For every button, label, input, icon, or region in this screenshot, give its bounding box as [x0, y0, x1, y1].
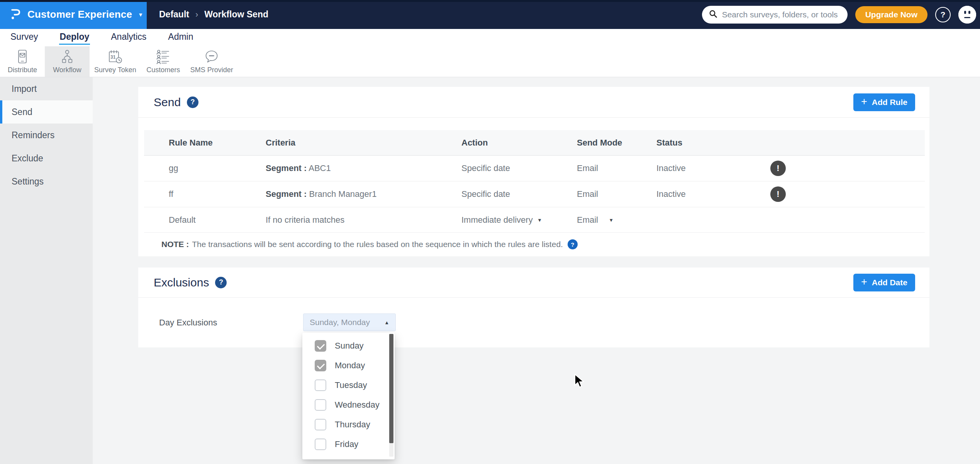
window-top-strip [0, 0, 980, 2]
checkbox[interactable] [315, 419, 326, 430]
help-icon[interactable]: ? [935, 7, 951, 22]
send-section: Send ? + Add Rule Rule Name Criteria Act… [138, 87, 929, 256]
brand-logo-icon [10, 8, 22, 22]
upgrade-now-button[interactable]: Upgrade Now [855, 6, 927, 23]
option-thursday[interactable]: Thursday [302, 415, 395, 434]
sidebar-item-label: Settings [12, 176, 44, 187]
workspace-title: Customer Experience [27, 8, 132, 20]
toolbar-item-label: Customers [146, 66, 180, 74]
customers-icon [156, 49, 171, 64]
plus-icon: + [861, 97, 867, 107]
option-tuesday[interactable]: Tuesday [302, 375, 395, 395]
send-sidebar: Import Send Reminders Exclude Settings [0, 77, 93, 464]
default-rule-row: Default If no criteria matches Immediate… [144, 207, 925, 233]
send-mode-dropdown[interactable]: Email▾ [577, 215, 656, 225]
note-help-icon[interactable]: ? [568, 239, 578, 249]
option-label: Monday [335, 361, 365, 371]
mouse-cursor [574, 374, 587, 391]
checkbox[interactable] [315, 439, 326, 450]
table-row: gg Segment : ABC1 Specific date Email In… [144, 156, 925, 181]
option-monday[interactable]: Monday [302, 356, 395, 375]
send-title: Send [154, 96, 181, 109]
tab-analytics[interactable]: Analytics [110, 31, 147, 45]
sidebar-item-label: Send [12, 107, 32, 117]
warning-icon[interactable]: ! [770, 186, 786, 202]
warning-icon[interactable]: ! [770, 161, 786, 176]
toolbar-item-workflow[interactable]: Workflow [45, 46, 90, 77]
search-icon [709, 10, 717, 20]
toolbar-item-sms-provider[interactable]: SMS Provider [186, 46, 238, 77]
exclusions-section: Exclusions ? + Add Date Day Exclusions S… [138, 268, 929, 347]
day-exclusions-label: Day Exclusions [159, 298, 217, 347]
tab-survey[interactable]: Survey [10, 31, 39, 45]
rules-table: Rule Name Criteria Action Send Mode Stat… [144, 130, 925, 256]
table-note: NOTE : The transactions will be sent acc… [144, 233, 925, 256]
breadcrumb: Default › Workflow Send [159, 0, 268, 29]
sidebar-item-reminders[interactable]: Reminders [0, 124, 93, 147]
col-action: Action [461, 138, 577, 148]
workflow-icon [60, 49, 75, 64]
tab-admin[interactable]: Admin [167, 31, 194, 45]
send-section-header: Send ? + Add Rule [138, 87, 929, 118]
criteria-value: Branch Manager1 [309, 189, 376, 199]
exclusions-help-icon[interactable]: ? [215, 277, 227, 288]
table-row: ff Segment : Branch Manager1 Specific da… [144, 181, 925, 207]
checkbox[interactable] [315, 340, 326, 352]
criteria-value: ABC1 [309, 163, 331, 173]
day-exclusions-select[interactable]: Sunday, Monday ▲ [303, 313, 396, 331]
toolbar-item-survey-token[interactable]: 31 Survey Token [90, 46, 141, 77]
col-send-mode: Send Mode [577, 138, 656, 148]
option-wednesday[interactable]: Wednesday [302, 395, 395, 415]
search-input[interactable] [722, 10, 841, 19]
add-date-button[interactable]: + Add Date [853, 274, 915, 291]
user-avatar[interactable] [958, 6, 976, 24]
sidebar-item-exclude[interactable]: Exclude [0, 147, 93, 170]
toolbar-item-label: Workflow [53, 66, 81, 74]
toolbar-item-label: Survey Token [94, 66, 136, 74]
svg-text:31: 31 [110, 54, 116, 60]
checkbox[interactable] [315, 399, 326, 411]
sidebar-item-import[interactable]: Import [0, 77, 93, 100]
add-rule-label: Add Rule [872, 98, 907, 107]
action-dropdown[interactable]: Immediate delivery▾ [461, 215, 577, 225]
sidebar-item-label: Reminders [12, 130, 54, 141]
toolbar-item-label: Distribute [8, 66, 37, 74]
breadcrumb-folder[interactable]: Default [159, 9, 189, 20]
option-label: Sunday [335, 341, 364, 351]
checkbox[interactable] [315, 379, 326, 391]
rule-send-mode: Email [577, 163, 656, 173]
rule-criteria: Segment : ABC1 [266, 163, 461, 173]
rule-name: gg [144, 163, 266, 173]
option-sunday[interactable]: Sunday [302, 336, 395, 356]
option-label: Friday [335, 439, 358, 449]
rule-name: ff [144, 189, 266, 199]
global-search[interactable] [702, 6, 848, 24]
option-label: Thursday [335, 420, 370, 430]
sidebar-item-settings[interactable]: Settings [0, 170, 93, 193]
toolbar-item-distribute[interactable]: Distribute [0, 46, 45, 77]
day-exclusions-value: Sunday, Monday [310, 318, 370, 327]
criteria-label: Segment : [266, 163, 307, 173]
sidebar-item-label: Exclude [12, 153, 43, 164]
send-help-icon[interactable]: ? [187, 97, 198, 108]
sidebar-item-label: Import [12, 84, 37, 94]
plus-icon: + [861, 277, 867, 287]
breadcrumb-current-page: Workflow Send [204, 9, 268, 20]
rule-action: Specific date [461, 189, 577, 199]
day-exclusions-dropdown: Sunday Monday Tuesday Wednesday Thursday… [302, 333, 395, 459]
chevron-up-icon: ▲ [384, 320, 389, 325]
survey-token-icon: 31 [107, 49, 123, 64]
scrollbar-thumb[interactable] [389, 334, 393, 443]
toolbar-item-customers[interactable]: Customers [141, 46, 186, 77]
chevron-down-icon: ▼ [138, 12, 143, 18]
checkbox[interactable] [315, 360, 326, 371]
option-friday[interactable]: Friday [302, 434, 395, 454]
chevron-down-icon: ▾ [538, 217, 541, 224]
add-rule-button[interactable]: + Add Rule [853, 93, 915, 111]
tab-deploy[interactable]: Deploy [59, 31, 90, 45]
toolbar-item-label: SMS Provider [190, 66, 233, 74]
criteria-label: Segment : [266, 189, 307, 199]
sidebar-item-send[interactable]: Send [0, 100, 93, 124]
rule-criteria: Segment : Branch Manager1 [266, 189, 461, 199]
workspace-switcher[interactable]: Customer Experience ▼ [0, 0, 147, 29]
